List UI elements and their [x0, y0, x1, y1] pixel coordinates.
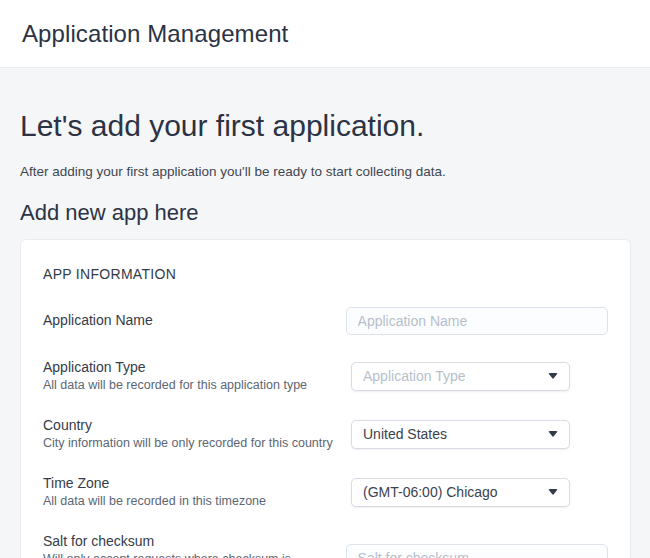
row-text: Time Zone All data will be recorded in t… [43, 475, 351, 509]
app-information-card: APP INFORMATION Application Name Applica… [20, 239, 631, 558]
application-type-select[interactable]: Application Type [351, 362, 570, 391]
form-row-salt: Salt for checksum Will only accept reque… [43, 533, 608, 558]
field-label: Country [43, 417, 335, 433]
select-value: (GMT-06:00) Chicago [363, 484, 498, 500]
field-label: Salt for checksum [43, 533, 330, 549]
caret-down-icon [548, 489, 558, 495]
field-label: Time Zone [43, 475, 335, 491]
form-row-timezone: Time Zone All data will be recorded in t… [43, 475, 608, 509]
field-help: City information will be only recorded f… [43, 435, 335, 451]
caret-down-icon [548, 373, 558, 379]
page-header: Application Management [0, 0, 650, 68]
card-section-title: APP INFORMATION [43, 266, 608, 283]
field-label: Application Name [43, 312, 330, 328]
row-text: Country City information will be only re… [43, 417, 351, 451]
field-label: Application Type [43, 359, 335, 375]
row-text: Application Type All data will be record… [43, 359, 351, 393]
application-management-screen: Application Management Let's add your fi… [0, 0, 650, 558]
field-help: All data will be recorded in this timezo… [43, 493, 335, 509]
select-value: Application Type [363, 368, 465, 384]
row-text: Salt for checksum Will only accept reque… [43, 533, 346, 558]
country-select[interactable]: United States [351, 420, 570, 449]
application-name-input[interactable] [346, 307, 608, 335]
caret-down-icon [548, 431, 558, 437]
add-new-app-heading: Add new app here [20, 200, 630, 226]
select-value: United States [363, 426, 447, 442]
form-row-country: Country City information will be only re… [43, 417, 608, 451]
timezone-select[interactable]: (GMT-06:00) Chicago [351, 478, 570, 507]
field-help: Will only accept requests where checksum… [43, 551, 330, 558]
intro-heading: Let's add your first application. [20, 109, 630, 143]
intro-subtitle: After adding your first application you'… [20, 163, 630, 181]
page-title: Application Management [22, 20, 288, 48]
form-row-application-name: Application Name [43, 307, 608, 335]
row-text: Application Name [43, 312, 346, 330]
content: Let's add your first application. After … [0, 109, 650, 558]
salt-checksum-input[interactable] [346, 544, 608, 558]
field-help: All data will be recorded for this appli… [43, 377, 335, 393]
form-row-application-type: Application Type All data will be record… [43, 359, 608, 393]
